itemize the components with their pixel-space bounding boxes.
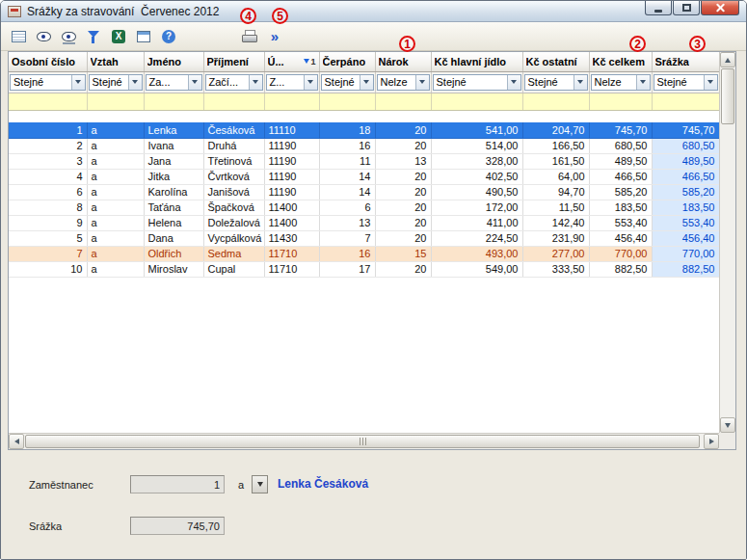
table-row[interactable]: 3aJanaTřetinová111901113328,00161,50489,… bbox=[9, 153, 719, 169]
filter-dropdown[interactable]: Za... bbox=[146, 74, 202, 91]
grid-cell[interactable]: 770,00 bbox=[589, 246, 652, 261]
chevron-down-icon[interactable] bbox=[360, 75, 373, 90]
grid-cell[interactable]: 11 bbox=[319, 153, 375, 169]
grid-cell[interactable]: 882,50 bbox=[652, 261, 719, 277]
grid-cell[interactable]: 277,00 bbox=[522, 246, 589, 261]
column-header[interactable]: Příjmení bbox=[203, 52, 264, 71]
print-icon[interactable] bbox=[238, 25, 261, 48]
grid-cell[interactable]: 11190 bbox=[264, 184, 319, 200]
grid-cell[interactable]: 14 bbox=[319, 184, 375, 200]
grid-cell[interactable]: 14 bbox=[319, 169, 375, 184]
grid-cell[interactable]: 161,50 bbox=[522, 153, 589, 169]
grid-cell[interactable]: 328,00 bbox=[431, 153, 522, 169]
grid-cell[interactable]: 94,70 bbox=[522, 184, 589, 200]
grid-cell[interactable]: 7 bbox=[9, 246, 87, 261]
grid-cell[interactable]: 11400 bbox=[264, 215, 319, 230]
grid-cell[interactable]: 466,50 bbox=[652, 169, 719, 184]
grid-cell[interactable]: a bbox=[87, 200, 144, 215]
grid-cell[interactable]: 11190 bbox=[264, 169, 319, 184]
column-header[interactable]: Ú...1 bbox=[264, 52, 319, 71]
grid-cell[interactable]: 489,50 bbox=[652, 153, 719, 169]
grid-cell[interactable]: 18 bbox=[319, 122, 375, 138]
grid-cell[interactable]: Česáková bbox=[203, 122, 264, 138]
grid-cell[interactable]: Karolína bbox=[144, 184, 203, 200]
filter-dropdown[interactable]: Nelze bbox=[591, 74, 651, 91]
grid-cell[interactable]: a bbox=[87, 153, 144, 169]
grid-cell[interactable]: Janišová bbox=[203, 184, 264, 200]
chevron-down-icon[interactable] bbox=[128, 75, 142, 90]
grid-cell[interactable]: Vycpálková bbox=[203, 230, 264, 246]
chevron-down-icon[interactable] bbox=[188, 75, 201, 90]
fast-forward-icon[interactable]: » bbox=[263, 25, 286, 48]
vertical-scrollbar[interactable] bbox=[719, 52, 735, 433]
grid-cell[interactable]: a bbox=[87, 246, 144, 261]
grid-cell[interactable]: a bbox=[87, 261, 144, 277]
grid-cell[interactable]: 3 bbox=[9, 153, 87, 169]
grid-cell[interactable]: 541,00 bbox=[431, 122, 522, 138]
grid-cell[interactable]: 770,00 bbox=[652, 246, 719, 261]
grid-cell[interactable]: 745,70 bbox=[652, 122, 719, 138]
horizontal-scroll-thumb[interactable] bbox=[25, 435, 700, 448]
grid-cell[interactable]: 11110 bbox=[264, 122, 319, 138]
chevron-down-icon[interactable] bbox=[249, 75, 262, 90]
grid-cell[interactable]: 166,50 bbox=[522, 138, 589, 153]
grid-cell[interactable]: a bbox=[87, 184, 144, 200]
eye-icon[interactable] bbox=[32, 25, 55, 48]
horizontal-scrollbar[interactable] bbox=[9, 433, 719, 449]
grid-cell[interactable]: 11,50 bbox=[522, 200, 589, 215]
grid-cell[interactable]: 514,00 bbox=[431, 138, 522, 153]
grid-cell[interactable]: 13 bbox=[375, 153, 431, 169]
search-cell[interactable] bbox=[264, 93, 319, 110]
search-cell[interactable] bbox=[203, 93, 264, 110]
filter-dropdown[interactable]: Stejné bbox=[524, 74, 588, 91]
form-view-icon[interactable] bbox=[132, 25, 155, 48]
grid-cell[interactable]: Ivana bbox=[144, 138, 203, 153]
grid-cell[interactable]: 20 bbox=[375, 200, 431, 215]
grid-cell[interactable]: 16 bbox=[319, 138, 375, 153]
grid-cell[interactable]: 13 bbox=[319, 215, 375, 230]
search-cell[interactable] bbox=[522, 93, 589, 110]
grid-cell[interactable]: 20 bbox=[375, 138, 431, 153]
grid-cell[interactable]: a bbox=[87, 122, 144, 138]
minimize-button[interactable] bbox=[645, 1, 672, 15]
grid-cell[interactable]: 183,50 bbox=[589, 200, 652, 215]
grid-cell[interactable]: Jitka bbox=[144, 169, 203, 184]
column-header[interactable]: Kč hlavní jídlo bbox=[431, 52, 522, 71]
help-icon[interactable]: ? bbox=[157, 25, 180, 48]
grid-cell[interactable]: a bbox=[87, 138, 144, 153]
table-row[interactable]: 9aHelenaDoležalová114001320411,00142,405… bbox=[9, 215, 719, 230]
filter-dropdown[interactable]: Stejné bbox=[89, 74, 143, 91]
grid-cell[interactable]: 490,50 bbox=[431, 184, 522, 200]
search-cell[interactable] bbox=[375, 93, 431, 110]
filter-dropdown[interactable]: Z... bbox=[266, 74, 318, 91]
search-cell[interactable] bbox=[652, 93, 719, 110]
grid-cell[interactable]: 585,20 bbox=[652, 184, 719, 200]
grid-cell[interactable]: Špačková bbox=[203, 200, 264, 215]
grid-cell[interactable]: Čvrtková bbox=[203, 169, 264, 184]
grid-cell[interactable]: 20 bbox=[375, 169, 431, 184]
search-cell[interactable] bbox=[87, 93, 144, 110]
grid-cell[interactable]: 231,90 bbox=[522, 230, 589, 246]
chevron-down-icon[interactable] bbox=[507, 75, 520, 90]
grid-cell[interactable]: 333,50 bbox=[522, 261, 589, 277]
vertical-scroll-thumb[interactable] bbox=[721, 68, 734, 124]
table-row[interactable]: 10aMiroslavCupal117101720549,00333,50882… bbox=[9, 261, 719, 277]
grid-cell[interactable]: 6 bbox=[319, 200, 375, 215]
search-cell[interactable] bbox=[319, 93, 375, 110]
grid-cell[interactable]: 6 bbox=[9, 184, 87, 200]
grid-cell[interactable]: a bbox=[87, 230, 144, 246]
grid-cell[interactable]: 7 bbox=[319, 230, 375, 246]
grid-cell[interactable]: Dana bbox=[144, 230, 203, 246]
close-button[interactable] bbox=[701, 1, 739, 15]
grid-cell[interactable]: 20 bbox=[375, 261, 431, 277]
grid-cell[interactable]: 5 bbox=[9, 230, 87, 246]
grid-cell[interactable]: 411,00 bbox=[431, 215, 522, 230]
grid-cell[interactable]: 64,00 bbox=[522, 169, 589, 184]
grid-cell[interactable]: Taťána bbox=[144, 200, 203, 215]
grid-cell[interactable]: 16 bbox=[319, 246, 375, 261]
table-row[interactable]: 5aDanaVycpálková11430720224,50231,90456,… bbox=[9, 230, 719, 246]
grid-cell[interactable]: Jana bbox=[144, 153, 203, 169]
grid-cell[interactable]: 8 bbox=[9, 200, 87, 215]
title-bar[interactable]: Srážky za stravování Červenec 2012 bbox=[1, 1, 746, 22]
grid-cell[interactable]: 183,50 bbox=[652, 200, 719, 215]
